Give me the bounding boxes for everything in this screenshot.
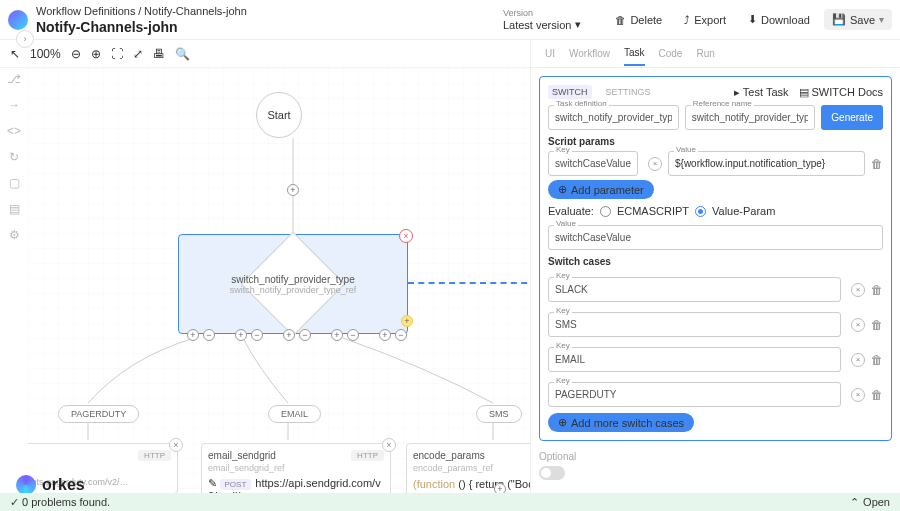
close-icon[interactable]: ×: [382, 438, 396, 452]
trash-icon: 🗑: [615, 14, 626, 26]
edit-icon[interactable]: ✎: [208, 477, 217, 489]
fit-icon[interactable]: ⛶: [111, 47, 123, 61]
port-icon[interactable]: −: [299, 329, 311, 341]
generate-button[interactable]: Generate: [821, 105, 883, 130]
docs-link[interactable]: ▤SWITCH Docs: [799, 86, 884, 99]
open-panel-button[interactable]: ⌃ Open: [850, 496, 890, 509]
breadcrumb-parent[interactable]: Workflow Definitions: [36, 5, 135, 17]
radio-value-param[interactable]: [695, 206, 706, 217]
version-select[interactable]: Latest version ▾: [503, 18, 581, 31]
cursor-icon[interactable]: ↖: [10, 47, 20, 61]
print-icon[interactable]: 🖶: [153, 47, 165, 61]
port-icon[interactable]: +: [283, 329, 295, 341]
radio-ecmascript[interactable]: [600, 206, 611, 217]
task-card-sms[interactable]: encode_params encode_params_ref (functio…: [406, 443, 530, 493]
evaluate-value-input[interactable]: [548, 225, 883, 250]
switch-node-ref: switch_notify_provider_type_ref: [193, 285, 393, 295]
close-icon[interactable]: ×: [399, 229, 413, 243]
switch-node-selected[interactable]: switch_notify_provider_type switch_notif…: [178, 234, 408, 334]
plus-icon: ⊕: [558, 183, 567, 196]
orkes-mark-icon: [16, 475, 36, 495]
collapse-sidebar-button[interactable]: ›: [16, 30, 34, 48]
start-node[interactable]: Start: [256, 92, 302, 138]
delete-button[interactable]: 🗑Delete: [607, 10, 670, 30]
port-icon[interactable]: −: [347, 329, 359, 341]
tool-doc-icon[interactable]: ▤: [9, 202, 20, 216]
port-icon[interactable]: −: [251, 329, 263, 341]
add-branch-icon[interactable]: +: [401, 315, 413, 327]
tool-code-icon[interactable]: <>: [7, 124, 21, 138]
page-title: Notify-Channels-john: [36, 19, 503, 35]
add-node-icon[interactable]: +: [287, 184, 299, 196]
trash-icon[interactable]: 🗑: [871, 318, 883, 332]
add-cases-button[interactable]: ⊕Add more switch cases: [548, 413, 694, 432]
zoom-out-icon[interactable]: ⊖: [71, 47, 81, 61]
tool-gear-icon[interactable]: ⚙: [9, 228, 20, 242]
reference-name-input[interactable]: [685, 105, 816, 130]
tool-box-icon[interactable]: ▢: [9, 176, 20, 190]
subtab-settings[interactable]: SETTINGS: [602, 85, 655, 99]
workflow-canvas[interactable]: Start + switch_notify_provider_type swit…: [28, 68, 530, 493]
task-card-email[interactable]: × email_sendgridHTTP email_sendgrid_ref …: [201, 443, 391, 493]
branch-email[interactable]: EMAIL: [268, 405, 321, 423]
problems-status[interactable]: ✓ 0 problems found.: [10, 496, 110, 509]
tool-branch-icon[interactable]: ⎇: [7, 72, 21, 86]
expand-icon[interactable]: ⤢: [133, 47, 143, 61]
param-key-input[interactable]: [548, 151, 638, 176]
case-input-pagerduty[interactable]: [548, 382, 841, 407]
tab-workflow[interactable]: Workflow: [569, 42, 610, 65]
port-icon[interactable]: −: [395, 329, 407, 341]
script-params-heading: Script params: [548, 136, 883, 147]
trash-icon[interactable]: 🗑: [871, 353, 883, 367]
branch-sms[interactable]: SMS: [476, 405, 522, 423]
tab-run[interactable]: Run: [696, 42, 714, 65]
connector-dashed: [408, 282, 530, 284]
zoom-in-icon[interactable]: ⊕: [91, 47, 101, 61]
clear-icon[interactable]: ×: [851, 318, 865, 332]
version-label: Version: [503, 8, 581, 18]
tab-task[interactable]: Task: [624, 41, 645, 66]
tab-code[interactable]: Code: [659, 42, 683, 65]
subtab-switch[interactable]: SWITCH: [548, 85, 592, 99]
evaluate-label: Evaluate:: [548, 205, 594, 217]
search-icon[interactable]: 🔍: [175, 47, 190, 61]
download-icon: ⬇: [748, 13, 757, 26]
chevron-down-icon: ▾: [575, 18, 581, 31]
save-button[interactable]: 💾Save ▾: [824, 9, 892, 30]
clear-icon[interactable]: ×: [851, 388, 865, 402]
case-input-slack[interactable]: [548, 277, 841, 302]
port-icon[interactable]: +: [379, 329, 391, 341]
download-button[interactable]: ⬇Download: [740, 9, 818, 30]
zoom-level: 100%: [30, 47, 61, 61]
param-value-input[interactable]: [668, 151, 865, 176]
case-input-sms[interactable]: [548, 312, 841, 337]
trash-icon[interactable]: 🗑: [871, 157, 883, 171]
brand-icon: [8, 10, 28, 30]
test-task-link[interactable]: ▸Test Task: [734, 86, 789, 99]
clear-icon[interactable]: ×: [851, 283, 865, 297]
clear-icon[interactable]: ×: [851, 353, 865, 367]
port-icon[interactable]: +: [187, 329, 199, 341]
doc-icon: ▤: [799, 86, 809, 99]
add-node-icon[interactable]: +: [494, 483, 506, 493]
port-icon[interactable]: −: [203, 329, 215, 341]
switch-node-title: switch_notify_provider_type: [193, 274, 393, 285]
trash-icon[interactable]: 🗑: [871, 283, 883, 297]
clear-icon[interactable]: ×: [648, 157, 662, 171]
breadcrumb-current: Notify-Channels-john: [144, 5, 247, 17]
export-button[interactable]: ⤴Export: [676, 10, 734, 30]
case-input-email[interactable]: [548, 347, 841, 372]
port-icon[interactable]: +: [235, 329, 247, 341]
tool-loop-icon[interactable]: ↻: [9, 150, 19, 164]
branch-pagerduty[interactable]: PAGERDUTY: [58, 405, 139, 423]
task-definition-input[interactable]: [548, 105, 679, 130]
optional-toggle[interactable]: [539, 466, 565, 480]
chevron-up-icon: ⌃: [850, 496, 859, 509]
add-parameter-button[interactable]: ⊕Add parameter: [548, 180, 654, 199]
port-icon[interactable]: +: [331, 329, 343, 341]
optional-label: Optional: [539, 451, 892, 462]
tool-arrow-icon[interactable]: →: [8, 98, 20, 112]
close-icon[interactable]: ×: [169, 438, 183, 452]
tab-ui[interactable]: UI: [545, 42, 555, 65]
trash-icon[interactable]: 🗑: [871, 388, 883, 402]
